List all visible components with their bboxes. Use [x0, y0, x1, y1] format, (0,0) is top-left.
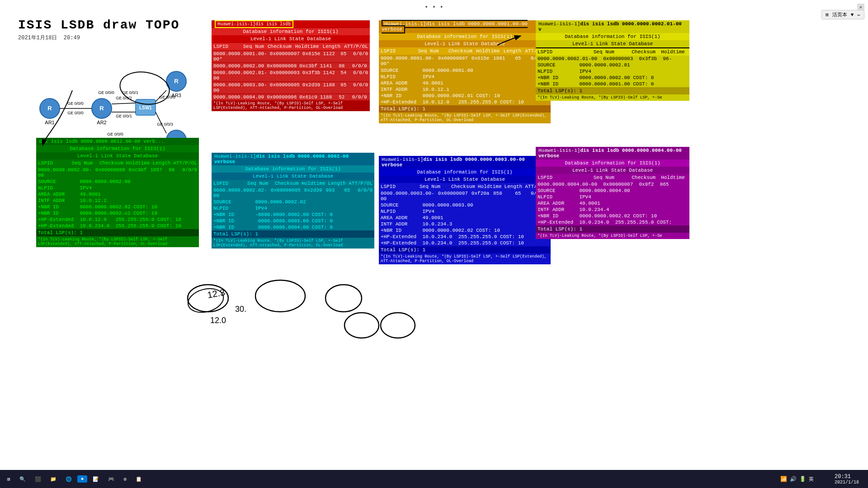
svg-text:12.0: 12.0: [210, 316, 226, 325]
ar4-intf: INTF ADDR 10.0.234.3: [379, 221, 551, 227]
svg-point-28: [185, 285, 226, 316]
ar2-green-panel: dis isis lsdb 0000.0000.0012.00-00 verb.…: [36, 138, 199, 247]
rpurple-hp1: +HP-Extended 10.0.234.0 255.255.255.0 CO…: [536, 219, 689, 225]
page-date: 2021年1月18日 20:49: [18, 34, 179, 42]
svg-text:GE 0/0/0: GE 0/0/0: [67, 111, 84, 115]
svg-point-36: [381, 313, 415, 338]
ar2cyan-total: Total LSP(s): 1: [212, 230, 374, 238]
network-icon[interactable]: 📶: [780, 476, 787, 483]
toolbar-edit-icon[interactable]: ✏: [857, 12, 860, 18]
ar2cyan-headers: LSPID Seq Num Checksum Holdtime Length A…: [212, 180, 374, 187]
system-clock[interactable]: 20:31 2021/1/18: [835, 474, 859, 485]
ar2-total: Total LSP(s): 1: [36, 229, 199, 236]
rpurple-nlpid: NLPID IPV4: [536, 194, 689, 200]
title-area: ISIS LSDB draw TOPO 2021年1月18日 20:49: [18, 18, 179, 42]
notepad-button[interactable]: 📝: [89, 475, 103, 483]
ar2-hp1: +HP-Extended 10.0.12.0 255.255.255.0 COS…: [36, 216, 199, 223]
ar4-note: *(In TLV)-Leaking Route, *(By LSPID)-Sel…: [379, 253, 551, 264]
ar2-cyan-panel: Huawei-isis-1]dis isis lsdb 0000.0000.00…: [212, 153, 374, 249]
lang-indicator[interactable]: 英: [809, 476, 814, 483]
toolbar-dropdown-icon[interactable]: ▼: [851, 12, 854, 18]
rpurple-level: Level-1 Link State Database: [536, 167, 689, 174]
ar4-hp1: +HP-Extended 10.0.234.0 255.255.255.0 CO…: [379, 234, 551, 240]
app1-button[interactable]: 🎮: [104, 475, 118, 483]
ryellow-nbr2: +NBR ID 0000.0000.0001.00 COST: 0: [536, 81, 689, 87]
ar4-blue-panel: Huawei-isis-1]dis isis lsdb 0000.0000.00…: [379, 156, 551, 264]
ar3-source: SOURCE 0000.0000.0001.00: [379, 67, 551, 74]
rpurple-total: Total LSP(s): 1: [536, 225, 689, 233]
ar1-db-info: Database information for ISIS(1): [212, 28, 370, 35]
ar2cyan-nbr1: +NBR ID -0000.0000.0002.00 COST: 0: [212, 211, 374, 218]
svg-text:AR1: AR1: [45, 120, 54, 125]
ar2cyan-db: Database information for ISIS(1): [212, 165, 374, 173]
volume-icon[interactable]: 🔊: [790, 476, 797, 483]
svg-point-33: [255, 280, 305, 312]
svg-text:GE 0/0/2: GE 0/0/2: [116, 96, 132, 100]
ar4-total: Total LSP(s): 1: [379, 246, 551, 253]
table-row: 0000.0000.0002.01-000x000000030x3f3b1142…: [212, 69, 370, 81]
ar3-area: AREA ADDR 49.0001: [379, 80, 551, 86]
svg-line-17: [112, 103, 136, 104]
file-explorer-button[interactable]: 📁: [47, 475, 60, 483]
ar3-col-headers: LSPID Seq Num Checksum Holdtime Length A…: [379, 47, 551, 55]
ar2-cmd: dis isis lsdb 0000.0000.0012.00-00 verb.…: [36, 138, 199, 145]
rpurple-area: AREA ADDR 49.0001: [536, 200, 689, 206]
toolbar-label[interactable]: 活页本: [832, 11, 847, 18]
svg-text:GE 0/0/0: GE 0/0/0: [67, 101, 84, 106]
edge-browser-button[interactable]: 🌐: [62, 475, 75, 483]
rpurple-db: Database information for ISIS(1): [536, 160, 689, 167]
ar1-level: Level-1 Link State Database: [212, 35, 370, 43]
ryellow-level: Level-1 Link State Database: [536, 40, 689, 48]
start-button[interactable]: ⊞: [4, 475, 14, 483]
svg-text:GE 0/0/0: GE 0/0/0: [159, 95, 175, 99]
svg-text:GE 0/0/0: GE 0/0/0: [98, 90, 114, 95]
ar2-area: AREA ADDR 49.0001: [36, 191, 199, 197]
rpurple-row0: 0000.0000.0004.00-00 0x00000007 0x8f2 86…: [536, 181, 689, 188]
ar3-note: *(In TLV)-Leaking Route, *(By LSPID)-Sel…: [379, 113, 551, 123]
ar2cyan-source: SOURCE 0000.0000.0002.02: [212, 199, 374, 205]
rpurple-note: *(In TLV)-Leaking Route, *(By LSPID)-Sel…: [536, 233, 689, 239]
ar2-intf: INTF ADDR 10.0.12.2: [36, 197, 199, 204]
ar4-row0: 0000.0000.0003.00-00 0x00000007 0xf20a 8…: [379, 190, 551, 202]
rpurple-headers: LSPID Seq Num Checksum Holdtime: [536, 174, 689, 181]
app2-button[interactable]: ⚙: [120, 475, 130, 483]
ryellow-db: Database information for ISIS(1): [536, 33, 689, 40]
svg-text:GE 0/0/1: GE 0/0/1: [122, 90, 138, 95]
ar1-cmd: Huawei-isis-1]dis isis lsdb: [212, 20, 370, 28]
svg-point-35: [344, 313, 379, 338]
ryellow-source: SOURCE 0000.0000.0002.01: [536, 62, 689, 68]
ar4-level: Level-1 Link State Database: [379, 176, 551, 183]
ar1-lsdb-panel: Huawei-isis-1]dis isis lsdb Database inf…: [212, 20, 370, 111]
ar4-source: SOURCE 0000.0000.0003.00: [379, 202, 551, 208]
ar2cyan-nlpid: NLPID IPV4: [212, 205, 374, 211]
ar3-hp1: +HP-Extended 10.0.12.0 255.255.255.0 COS…: [379, 99, 551, 105]
right-purple-panel: Huawei-isis-1]dis isis lsdb 0000.0000.00…: [536, 147, 689, 239]
search-button[interactable]: 🔍: [16, 475, 29, 483]
ar3-nbr1: +NBR ID 0000.0000.0002.01 COST: 10: [379, 93, 551, 99]
toolbar: ⊞ 活页本 ▼ ✏: [821, 10, 864, 19]
ar2-hp2: +HP-Extended 10.0.234.0 255.255.255.0 CO…: [36, 223, 199, 229]
ar3-row0: 0000.0000.0001.00-00* 0x00000007 0x615e …: [379, 55, 551, 67]
table-row: 0000.0000.0003.00-000x000000050x2d391188…: [212, 81, 370, 94]
svg-text:AR2: AR2: [97, 120, 106, 125]
app3-button[interactable]: 📋: [132, 475, 146, 483]
page-title: ISIS LSDB draw TOPO: [18, 18, 179, 32]
ryellow-nbr1: +NBR ID 0000.0000.0002.00 COST: 0: [536, 75, 689, 81]
ryellow-nlpid: NLPID IPV4: [536, 68, 689, 75]
onenote-button[interactable]: ●: [77, 475, 88, 483]
system-tray: 📶 🔊 🔋 英: [780, 476, 814, 483]
ar3-cmd: Huawei-isis-1]dis isis lsdb 0000.0000.00…: [379, 20, 551, 33]
svg-text:LSW1: LSW1: [139, 105, 152, 110]
svg-text:R: R: [174, 78, 179, 84]
ar2-db-info: Database information for ISIS(1): [36, 145, 199, 152]
ar2cyan-level: Level-1 Link State Database: [212, 173, 374, 180]
rpurple-source: SOURCE 0000.0000.0004.00: [536, 188, 689, 194]
ryellow-row0: 0000.0000.0002.01-00 0x00000003 0x3f3b 9…: [536, 56, 689, 62]
taskbar: ⊞ 🔍 ⬛ 📁 🌐 ● 📝 🎮 ⚙ 📋 📶 🔊 🔋 英 20:31 2021/1…: [0, 470, 868, 488]
task-view-button[interactable]: ⬛: [31, 475, 45, 483]
ar4-db: Database information for ISIS(1): [379, 169, 551, 176]
window-menu-dots[interactable]: • • •: [425, 4, 443, 11]
ryellow-cmd: Huawei-isis-1]dis isis lsdb 0000.0000.00…: [536, 20, 689, 33]
svg-text:GE 0/0/1: GE 0/0/1: [116, 114, 132, 118]
ar2cyan-row0: 0000.0000.0002.02-00 0x00000005 0x2d39 9…: [212, 187, 374, 199]
